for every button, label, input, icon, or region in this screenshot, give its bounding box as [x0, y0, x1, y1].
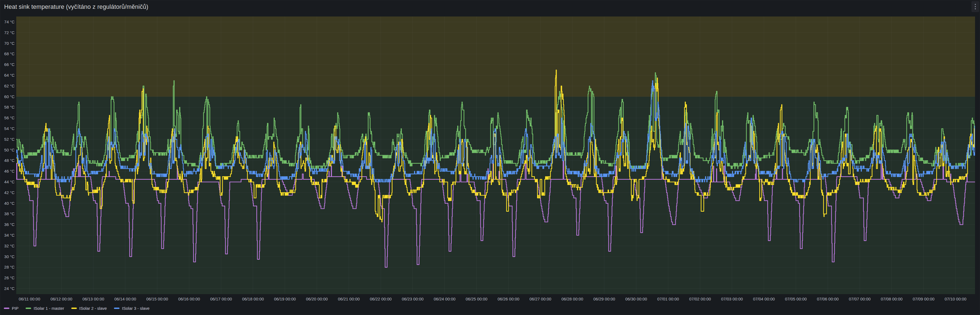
x-tick-label: 07/01 00:00: [657, 297, 679, 301]
y-tick-label: 74 °C: [4, 19, 14, 24]
legend-color-marker: [25, 307, 31, 309]
legend-color-marker: [71, 307, 77, 309]
x-tick-label: 07/06 00:00: [817, 297, 838, 301]
y-tick-label: 36 °C: [4, 222, 14, 227]
x-tick-label: 06/13 00:00: [82, 297, 104, 301]
y-tick-label: 72 °C: [4, 30, 14, 35]
x-tick-label: 07/02 00:00: [689, 297, 711, 301]
y-tick-label: 52 °C: [4, 137, 14, 142]
y-tick-label: 64 °C: [4, 73, 14, 78]
y-tick-label: 70 °C: [4, 41, 14, 46]
y-tick-label: 60 °C: [4, 94, 14, 99]
y-tick-label: 56 °C: [4, 116, 14, 120]
threshold-above-region: [16, 16, 975, 97]
x-tick-label: 06/28 00:00: [561, 297, 583, 301]
legend-color-marker: [114, 307, 119, 309]
x-tick-label: 06/27 00:00: [529, 297, 551, 301]
x-tick-label: 06/12 00:00: [50, 297, 72, 301]
x-tick-label: 07/09 00:00: [913, 297, 934, 301]
x-tick-label: 06/19 00:00: [274, 297, 296, 301]
y-tick-label: 44 °C: [4, 179, 14, 184]
y-tick-label: 40 °C: [4, 201, 14, 206]
y-tick-label: 24 °C: [4, 286, 14, 291]
x-tick-label: 06/23 00:00: [402, 297, 423, 301]
x-tick-label: 06/30 00:00: [625, 297, 647, 301]
legend-label: ISolar 2 - slave: [79, 306, 107, 310]
legend-label: ISolar 3 - slave: [122, 306, 150, 310]
legend-item-pip[interactable]: PIP: [4, 306, 18, 310]
legend-item-isolar-1-master[interactable]: ISolar 1 - master: [25, 306, 64, 310]
legend-item-isolar-3-slave[interactable]: ISolar 3 - slave: [114, 306, 150, 310]
y-tick-label: 66 °C: [4, 62, 14, 67]
x-tick-label: 06/25 00:00: [466, 297, 487, 301]
x-tick-label: 06/16 00:00: [178, 297, 200, 301]
legend-label: ISolar 1 - master: [33, 306, 64, 310]
y-tick-label: 26 °C: [4, 275, 14, 280]
y-tick-label: 48 °C: [4, 158, 14, 163]
x-tick-label: 07/07 00:00: [849, 297, 870, 301]
x-tick-label: 07/04 00:00: [753, 297, 775, 301]
x-tick-label: 06/29 00:00: [593, 297, 615, 301]
x-tick-label: 06/20 00:00: [306, 297, 328, 301]
y-tick-label: 50 °C: [4, 147, 14, 152]
x-tick-label: 07/08 00:00: [881, 297, 902, 301]
y-tick-label: 28 °C: [4, 265, 14, 269]
x-tick-label: 06/17 00:00: [210, 297, 232, 301]
x-tick-label: 06/11 00:00: [19, 297, 40, 301]
x-tick-label: 06/14 00:00: [114, 297, 136, 301]
y-axis-labels: 24 °C26 °C28 °C30 °C32 °C34 °C36 °C38 °C…: [4, 19, 14, 291]
x-axis-labels: 06/11 00:0006/12 00:0006/13 00:0006/14 0…: [19, 297, 967, 301]
y-tick-label: 34 °C: [4, 233, 14, 237]
y-tick-label: 68 °C: [4, 51, 14, 56]
y-tick-label: 38 °C: [4, 211, 14, 216]
x-tick-label: 07/10 00:00: [945, 297, 966, 301]
chart-legend: PIPISolar 1 - masterISolar 2 - slaveISol…: [4, 303, 150, 313]
x-tick-label: 07/03 00:00: [721, 297, 743, 301]
x-tick-label: 07/05 00:00: [785, 297, 807, 301]
x-tick-label: 06/24 00:00: [434, 297, 455, 301]
y-tick-label: 62 °C: [4, 84, 14, 88]
x-tick-label: 06/21 00:00: [338, 297, 360, 301]
temperature-time-series-chart[interactable]: 24 °C26 °C28 °C30 °C32 °C34 °C36 °C38 °C…: [0, 0, 980, 315]
y-tick-label: 46 °C: [4, 169, 14, 173]
x-tick-label: 06/15 00:00: [146, 297, 168, 301]
y-tick-label: 54 °C: [4, 126, 14, 131]
x-tick-label: 06/22 00:00: [370, 297, 391, 301]
y-tick-label: 32 °C: [4, 244, 14, 248]
x-tick-label: 06/26 00:00: [498, 297, 519, 301]
legend-color-marker: [4, 307, 10, 309]
y-tick-label: 42 °C: [4, 190, 14, 195]
y-tick-label: 30 °C: [4, 254, 14, 259]
legend-label: PIP: [12, 306, 18, 310]
grafana-panel: Heat sink temperature (vyčítáno z regulá…: [0, 0, 980, 315]
y-tick-label: 58 °C: [4, 105, 14, 109]
x-tick-label: 06/18 00:00: [242, 297, 264, 301]
legend-item-isolar-2-slave[interactable]: ISolar 2 - slave: [71, 306, 107, 310]
